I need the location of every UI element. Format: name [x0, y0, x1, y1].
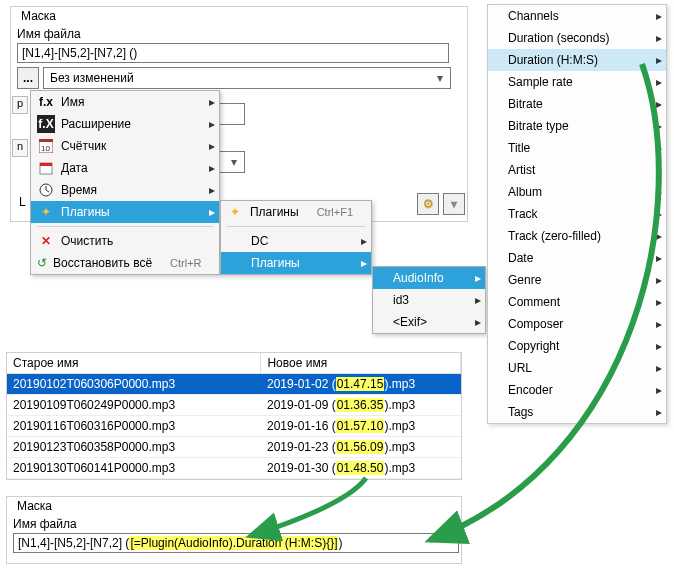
table-row[interactable]: 20190116T060316P0000.mp32019-01-16 (01.5… [7, 416, 461, 437]
chevron-right-icon: ▸ [209, 205, 215, 219]
duration-highlight: 01.47.15 [336, 377, 385, 391]
icon-button-2[interactable]: ▾ [443, 193, 465, 215]
submenu-item-exif[interactable]: <Exif> ▸ [373, 311, 485, 333]
left-badge-n: n [12, 139, 28, 157]
submenu-item-plugins-action[interactable]: ✦ Плагины Ctrl+F1 [221, 201, 371, 223]
audioinfo-field-item[interactable]: Sample rate▸ [488, 71, 666, 93]
plugin-expression-highlight: [=Plugin(AudioInfo).Duration (H:M:S){}] [129, 536, 338, 550]
table-row[interactable]: 20190123T060358P0000.mp32019-01-23 (01.5… [7, 437, 461, 458]
audioinfo-field-item[interactable]: Title▸ [488, 137, 666, 159]
audioinfo-field-item[interactable]: Album▸ [488, 181, 666, 203]
chevron-right-icon: ▸ [656, 273, 662, 287]
audioinfo-field-item[interactable]: Bitrate▸ [488, 93, 666, 115]
audioinfo-field-item[interactable]: Bitrate type▸ [488, 115, 666, 137]
audioinfo-field-item[interactable]: Encoder▸ [488, 379, 666, 401]
chevron-right-icon: ▸ [361, 234, 367, 248]
mask-group-legend: Маска [17, 9, 461, 23]
svg-text:10: 10 [41, 144, 50, 153]
context-menu-main: f.x Имя ▸ f.X Расширение ▸ 10 Счётчик ▸ … [30, 90, 220, 275]
fx-icon-dark: f.X [37, 115, 55, 133]
audioinfo-field-item[interactable]: Track (zero-filled)▸ [488, 225, 666, 247]
menu-item-time[interactable]: Время ▸ [31, 179, 219, 201]
menu-item-plugins[interactable]: ✦ Плагины ▸ [31, 201, 219, 223]
filename-label-bottom: Имя файла [13, 517, 455, 531]
submenu-item-id3[interactable]: id3 ▸ [373, 289, 485, 311]
case-dropdown-value: Без изменений [46, 71, 432, 85]
menu-separator [37, 226, 213, 227]
submenu-plugins: ✦ Плагины Ctrl+F1 DC ▸ Плагины ▸ [220, 200, 372, 275]
audioinfo-field-item[interactable]: Artist▸ [488, 159, 666, 181]
menu-item-ext[interactable]: f.X Расширение ▸ [31, 113, 219, 135]
svg-rect-1 [39, 139, 53, 142]
duration-highlight: 01.36.35 [336, 398, 385, 412]
chevron-right-icon: ▸ [656, 361, 662, 375]
submenu-item-audioinfo[interactable]: AudioInfo ▸ [373, 267, 485, 289]
audioinfo-field-item[interactable]: Comment▸ [488, 291, 666, 313]
col-new-name[interactable]: Новое имя [261, 353, 461, 374]
calendar-icon [37, 159, 55, 177]
chevron-right-icon: ▸ [361, 256, 367, 270]
chevron-right-icon: ▸ [656, 31, 662, 45]
chevron-right-icon: ▸ [656, 405, 662, 419]
chevron-right-icon: ▸ [656, 141, 662, 155]
chevron-right-icon: ▸ [209, 139, 215, 153]
clock-icon [37, 181, 55, 199]
puzzle-icon: ✦ [37, 203, 55, 221]
chevron-right-icon: ▸ [475, 293, 481, 307]
submenu-plugin-list: AudioInfo ▸ id3 ▸ <Exif> ▸ [372, 266, 486, 334]
chevron-right-icon: ▸ [656, 229, 662, 243]
chevron-right-icon: ▸ [656, 383, 662, 397]
audioinfo-field-item[interactable]: Duration (H:M:S)▸ [488, 49, 666, 71]
table-row[interactable]: 20190102T060306P0000.mp32019-01-02 (01.4… [7, 374, 461, 395]
menu-item-counter[interactable]: 10 Счётчик ▸ [31, 135, 219, 157]
audioinfo-field-item[interactable]: URL▸ [488, 357, 666, 379]
audioinfo-field-item[interactable]: Date▸ [488, 247, 666, 269]
duration-highlight: 01.56.09 [336, 440, 385, 454]
menu-item-name[interactable]: f.x Имя ▸ [31, 91, 219, 113]
audioinfo-field-item[interactable]: Channels▸ [488, 5, 666, 27]
browse-button[interactable]: ... [17, 67, 39, 89]
table-row[interactable]: 20190109T060249P0000.mp32019-01-09 (01.3… [7, 395, 461, 416]
audioinfo-field-item[interactable]: Tags▸ [488, 401, 666, 423]
table-row[interactable]: 20190130T060141P0000.mp32019-01-30 (01.4… [7, 458, 461, 479]
chevron-right-icon: ▸ [209, 183, 215, 197]
chevron-right-icon: ▸ [209, 117, 215, 131]
chevron-right-icon: ▸ [656, 185, 662, 199]
menu-item-clear[interactable]: ✕ Очистить [31, 230, 219, 252]
chevron-right-icon: ▸ [656, 207, 662, 221]
fx-icon: f.x [37, 93, 55, 111]
puzzle-icon: ✦ [227, 203, 244, 221]
menu-item-date[interactable]: Дата ▸ [31, 157, 219, 179]
left-badge-p: p [12, 96, 28, 114]
gear-icon: ⚙ [423, 197, 434, 211]
audioinfo-field-item[interactable]: Track▸ [488, 203, 666, 225]
rename-preview-table: Старое имя Новое имя 20190102T060306P000… [7, 353, 461, 479]
col-old-name[interactable]: Старое имя [7, 353, 261, 374]
undo-icon: ↺ [37, 254, 47, 272]
filename-input-bottom[interactable]: [N1,4]-[N5,2]-[N7,2] ([=Plugin(AudioInfo… [13, 533, 459, 553]
l-label: L [19, 195, 26, 209]
audioinfo-fields-menu: Channels▸Duration (seconds)▸Duration (H:… [487, 4, 667, 424]
folder-icon: ▾ [451, 197, 457, 211]
submenu-item-dc[interactable]: DC ▸ [221, 230, 371, 252]
chevron-down-icon: ▾ [226, 155, 242, 169]
audioinfo-field-item[interactable]: Genre▸ [488, 269, 666, 291]
submenu-item-plugins2[interactable]: Плагины ▸ [221, 252, 371, 274]
chevron-right-icon: ▸ [656, 97, 662, 111]
audioinfo-field-item[interactable]: Duration (seconds)▸ [488, 27, 666, 49]
chevron-right-icon: ▸ [656, 163, 662, 177]
menu-item-restore[interactable]: ↺ Восстановить всё Ctrl+R [31, 252, 219, 274]
duration-highlight: 01.57.10 [336, 419, 385, 433]
filename-input[interactable] [17, 43, 449, 63]
chevron-right-icon: ▸ [656, 119, 662, 133]
chevron-down-icon: ▾ [432, 71, 448, 85]
case-dropdown[interactable]: Без изменений ▾ [43, 67, 451, 89]
icon-button-1[interactable]: ⚙ [417, 193, 439, 215]
audioinfo-field-item[interactable]: Composer▸ [488, 313, 666, 335]
chevron-right-icon: ▸ [656, 339, 662, 353]
x-icon: ✕ [37, 232, 55, 250]
chevron-right-icon: ▸ [656, 317, 662, 331]
duration-highlight: 01.48.50 [336, 461, 385, 475]
chevron-right-icon: ▸ [656, 295, 662, 309]
audioinfo-field-item[interactable]: Copyright▸ [488, 335, 666, 357]
